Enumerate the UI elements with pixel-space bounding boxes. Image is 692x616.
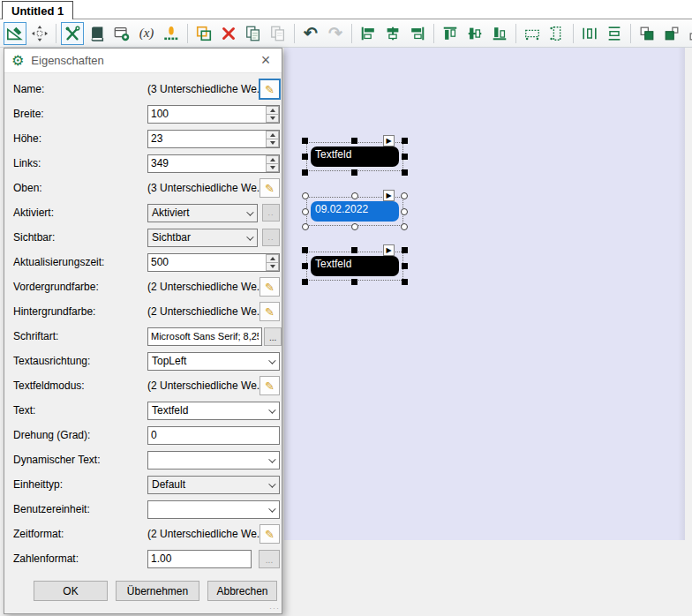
dialog-title-bar[interactable]: ⚙ Eigenschaften × [4, 49, 282, 73]
resize-handle[interactable] [302, 263, 308, 269]
edit-pencil-button[interactable]: ✎ [260, 79, 280, 99]
resize-handle[interactable] [402, 169, 408, 176]
resize-handle[interactable] [302, 192, 309, 199]
field-label: Aktualisierungszeit: [13, 256, 147, 268]
resize-handle[interactable] [351, 247, 357, 253]
resize-handle[interactable] [402, 279, 408, 285]
resize-handle[interactable] [401, 223, 408, 230]
spin-down-button[interactable] [266, 164, 279, 172]
drehung-input[interactable] [147, 426, 280, 445]
resize-handle[interactable] [401, 208, 408, 215]
design-tool-icon[interactable] [4, 22, 26, 45]
design-canvas[interactable]: Textfeld ▶ 09.02.2022 ▶ Textfeld ▶ [284, 48, 685, 540]
aktualisierungszeit-input[interactable] [147, 253, 280, 272]
paste-icon[interactable] [267, 22, 290, 45]
bring-forward-icon[interactable] [685, 22, 692, 45]
resize-handle[interactable] [302, 223, 309, 230]
smart-tag-button[interactable]: ▶ [383, 135, 395, 146]
textfield-widget-1[interactable]: Textfeld ▶ [311, 146, 399, 167]
spin-down-button[interactable] [266, 139, 279, 147]
resize-handle[interactable] [351, 169, 357, 176]
capture-icon[interactable] [110, 22, 133, 45]
resize-handle[interactable] [302, 154, 308, 160]
schriftart-input[interactable] [147, 327, 262, 346]
align-right-icon[interactable] [406, 22, 429, 45]
properties-tool-icon[interactable] [61, 22, 84, 45]
datefield-widget[interactable]: 09.02.2022 ▶ [311, 201, 399, 222]
smart-tag-button[interactable]: ▶ [383, 244, 395, 256]
same-height-icon[interactable] [545, 22, 568, 45]
resize-handle[interactable] [402, 247, 408, 253]
cancel-button[interactable]: Abbrechen [207, 581, 277, 601]
field-label: Schriftart: [13, 330, 147, 342]
align-center-icon[interactable] [381, 22, 404, 45]
resize-grip[interactable]: ··· [269, 604, 280, 612]
row-textausrichtung: Textausrichtung: TopLeft [13, 351, 280, 371]
resize-handle[interactable] [302, 247, 308, 253]
textausrichtung-dropdown[interactable]: TopLeft [147, 352, 280, 371]
dynamischer-text-dropdown[interactable] [147, 451, 280, 470]
distribute-horizontal-icon[interactable] [578, 22, 601, 45]
chevron-down-icon [268, 480, 275, 487]
resize-handle[interactable] [401, 192, 408, 199]
spin-up-button[interactable] [266, 106, 279, 115]
smart-tag-button[interactable]: ▶ [383, 190, 395, 201]
resize-handle[interactable] [351, 138, 357, 144]
align-bottom-icon[interactable] [488, 22, 511, 45]
aktiviert-dropdown[interactable]: Aktiviert [147, 204, 258, 222]
distribute-vertical-icon[interactable] [603, 22, 626, 45]
field-label: Höhe: [13, 132, 147, 145]
ok-button[interactable]: OK [34, 581, 108, 601]
zahlenformat-input[interactable] [147, 550, 252, 568]
spin-up-button[interactable] [266, 131, 279, 139]
align-middle-icon[interactable] [463, 22, 486, 45]
duplicate-icon[interactable] [192, 22, 215, 45]
text-dropdown[interactable]: Textfeld [147, 402, 280, 420]
resize-handle[interactable] [351, 223, 358, 230]
hoehe-input[interactable] [147, 130, 280, 148]
undo-icon[interactable]: ↶ [299, 22, 322, 45]
send-to-back-icon[interactable] [660, 22, 683, 45]
resize-handle[interactable] [302, 169, 308, 176]
breite-input[interactable] [147, 105, 280, 124]
schriftart-browse-button[interactable]: ... [264, 327, 282, 346]
tab-untitled-1[interactable]: Untitled 1 [2, 1, 73, 19]
close-icon[interactable]: × [257, 51, 275, 70]
resize-handle[interactable] [302, 208, 309, 215]
resize-handle[interactable] [402, 263, 408, 269]
spin-up-button[interactable] [266, 155, 279, 164]
spin-down-button[interactable] [266, 115, 279, 123]
spin-up-button[interactable] [266, 254, 279, 263]
edit-pencil-button[interactable]: ✎ [260, 524, 280, 544]
same-width-icon[interactable] [521, 22, 544, 45]
apply-button[interactable]: Übernehmen [116, 581, 199, 601]
benutzereinheit-dropdown[interactable] [147, 500, 280, 519]
edit-pencil-button[interactable]: ✎ [260, 302, 280, 321]
library-icon[interactable] [86, 22, 109, 45]
edit-pencil-button[interactable]: ✎ [260, 277, 280, 297]
edit-pencil-button[interactable]: ✎ [260, 178, 280, 198]
bring-to-front-icon[interactable] [636, 22, 658, 45]
links-input[interactable] [147, 154, 280, 173]
marker-icon[interactable] [160, 22, 183, 45]
einheittyp-dropdown[interactable]: Default [147, 476, 280, 494]
copy-icon[interactable] [242, 22, 265, 45]
delete-icon[interactable] [217, 22, 240, 45]
resize-handle[interactable] [402, 138, 408, 144]
move-tool-icon[interactable] [28, 22, 51, 45]
resize-handle[interactable] [351, 192, 358, 199]
resize-handle[interactable] [402, 154, 408, 160]
align-top-icon[interactable] [439, 22, 462, 45]
formula-icon[interactable]: (x) [135, 22, 158, 45]
textfield-widget-2[interactable]: Textfeld ▶ [311, 256, 399, 276]
properties-dialog: ⚙ Eigenschaften × Name: (3 Unterschiedli… [4, 48, 282, 614]
align-left-icon[interactable] [357, 22, 380, 45]
redo-icon[interactable]: ↷ [324, 22, 347, 45]
resize-handle[interactable] [302, 138, 308, 144]
resize-handle[interactable] [302, 279, 308, 285]
resize-handle[interactable] [351, 279, 357, 285]
edit-pencil-button[interactable]: ✎ [260, 376, 280, 395]
spin-down-button[interactable] [266, 263, 279, 271]
row-hoehe: Höhe: [13, 129, 280, 148]
sichtbar-dropdown[interactable]: Sichtbar [147, 229, 258, 247]
